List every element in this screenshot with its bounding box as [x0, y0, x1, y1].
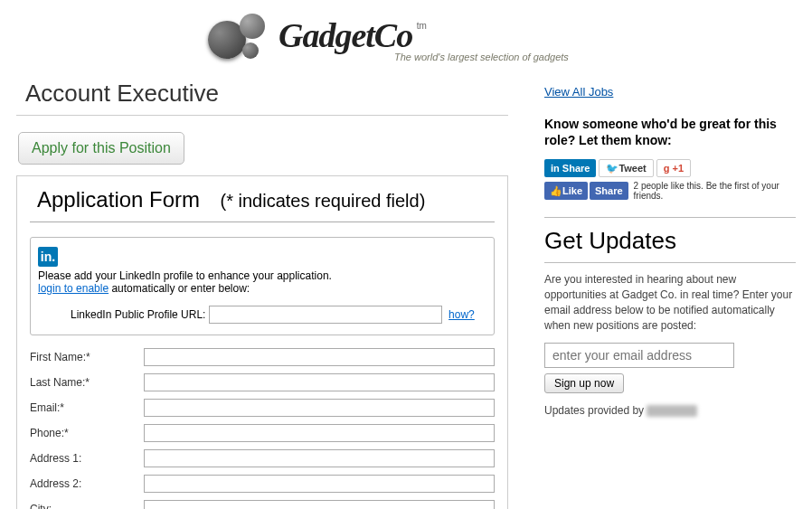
first-name-label: First Name:*	[30, 351, 144, 363]
share-twitter-button[interactable]: 🐦Tweet	[599, 159, 653, 177]
updates-provided-by: Updates provided by	[544, 404, 796, 417]
sidebar: View All Jobs Know someone who'd be grea…	[544, 72, 796, 509]
know-someone-heading: Know someone who'd be great for this rol…	[544, 116, 796, 148]
last-name-input[interactable]	[144, 373, 495, 391]
first-name-input[interactable]	[144, 348, 495, 366]
gears-icon	[208, 14, 271, 63]
linkedin-url-input[interactable]	[209, 306, 442, 324]
apply-button[interactable]: Apply for this Position	[18, 132, 184, 165]
main-content: Account Executive Apply for this Positio…	[16, 72, 508, 509]
linkedin-login-link[interactable]: login to enable	[38, 282, 109, 295]
logo-text: GadgetCo tm The world's largest selectio…	[279, 15, 569, 62]
facebook-like-button[interactable]: 👍 Like	[544, 182, 588, 200]
required-note: (* indicates required field)	[221, 191, 426, 212]
last-name-label: Last Name:*	[30, 376, 144, 389]
divider	[544, 217, 796, 218]
share-linkedin-button[interactable]: in Share	[544, 159, 596, 177]
email-label: Email:*	[30, 401, 144, 414]
updates-email-input[interactable]	[544, 343, 734, 368]
linkedin-instruction: Please add your LinkedIn profile to enha…	[38, 269, 332, 282]
city-label: City:	[30, 503, 144, 509]
linkedin-box: in. Please add your LinkedIn profile to …	[30, 237, 495, 335]
address1-input[interactable]	[144, 449, 495, 467]
linkedin-url-label: LinkedIn Public Profile URL:	[71, 308, 205, 321]
view-all-jobs-link[interactable]: View All Jobs	[544, 85, 613, 99]
address1-label: Address 1:	[30, 452, 144, 465]
brand-name: GadgetCo	[279, 16, 412, 54]
email-field[interactable]	[144, 399, 495, 417]
application-form: Application Form (* indicates required f…	[16, 175, 508, 509]
facebook-row: 👍 Like Share 2 people like this. Be the …	[544, 181, 796, 201]
job-title: Account Executive	[16, 72, 508, 116]
signup-button[interactable]: Sign up now	[544, 373, 624, 393]
divider	[30, 222, 495, 222]
share-googleplus-button[interactable]: g +1	[656, 159, 691, 177]
phone-label: Phone:*	[30, 427, 144, 439]
trademark: tm	[417, 21, 427, 31]
linkedin-how-link[interactable]: how?	[448, 308, 475, 321]
divider	[544, 262, 796, 263]
facebook-share-button[interactable]: Share	[590, 182, 628, 200]
provider-logo-blurred	[647, 405, 697, 417]
facebook-caption: 2 people like this. Be the first of your…	[634, 181, 796, 201]
share-row: in Share 🐦Tweet g +1	[544, 159, 796, 177]
city-input[interactable]	[144, 500, 495, 509]
linkedin-login-trail: automatically or enter below:	[109, 282, 250, 295]
form-heading: Application Form	[37, 187, 200, 212]
get-updates-text: Are you interested in hearing about new …	[544, 272, 796, 333]
header: GadgetCo tm The world's largest selectio…	[0, 0, 812, 72]
address2-label: Address 2:	[30, 477, 144, 490]
linkedin-icon: in.	[38, 247, 58, 267]
get-updates-title: Get Updates	[544, 227, 796, 255]
address2-input[interactable]	[144, 475, 495, 493]
brand-tagline: The world's largest selection of gadgets	[394, 52, 569, 62]
phone-input[interactable]	[144, 424, 495, 442]
